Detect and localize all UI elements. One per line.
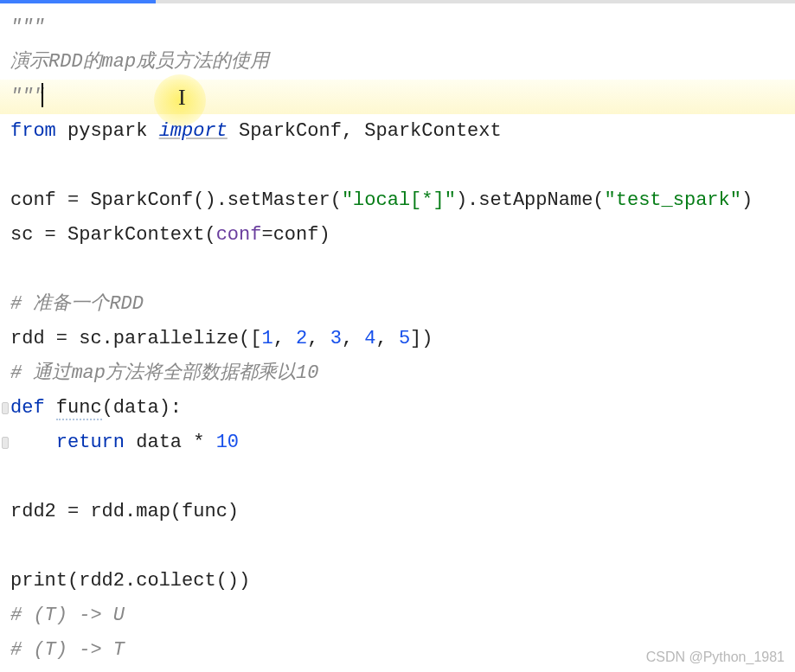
active-tab-indicator [0,0,156,3]
code-line[interactable]: from pyspark import SparkConf, SparkCont… [10,114,795,149]
code-line[interactable]: def func(data): [10,391,795,426]
text-caret [42,83,43,107]
code-line-empty[interactable] [10,460,795,495]
code-line[interactable]: print(rdd2.collect()) [10,564,795,598]
ibeam-cursor-icon: I [178,85,186,111]
code-editor[interactable]: I """ 演示RDD的map成员方法的使用 """ from pyspark … [0,0,795,672]
docstring-close: """ [10,86,45,107]
code-line[interactable]: rdd2 = rdd.map(func) [10,495,795,529]
code-line[interactable]: sc = SparkContext(conf=conf) [10,218,795,253]
code-line[interactable]: conf = SparkConf().setMaster("local[*]")… [10,183,795,218]
comment-text: # (T) -> T [10,639,125,661]
code-line[interactable]: # 准备一个RDD [10,287,795,322]
code-line[interactable]: # 通过map方法将全部数据都乘以10 [10,356,795,391]
fold-marker-icon[interactable] [2,437,9,449]
watermark-text: CSDN @Python_1981 [646,650,785,665]
code-line[interactable]: # (T) -> U [10,598,795,633]
comment-text: # 通过map方法将全部数据都乘以10 [10,362,318,384]
code-line[interactable]: 演示RDD的map成员方法的使用 [10,45,795,80]
comment-text: # (T) -> U [10,605,125,626]
fold-marker-icon[interactable] [2,402,9,414]
docstring-text: 演示RDD的map成员方法的使用 [10,51,269,73]
code-line[interactable]: rdd = sc.parallelize([1, 2, 3, 4, 5]) [10,322,795,356]
comment-text: # 准备一个RDD [10,293,144,315]
code-line-current[interactable]: """ [10,80,795,114]
code-line-empty[interactable] [10,149,795,183]
code-line-empty[interactable] [10,253,795,287]
code-line-empty[interactable] [10,529,795,564]
code-line[interactable]: """ [10,10,795,45]
docstring-open: """ [10,16,45,38]
code-line[interactable]: return data * 10 [10,426,795,460]
